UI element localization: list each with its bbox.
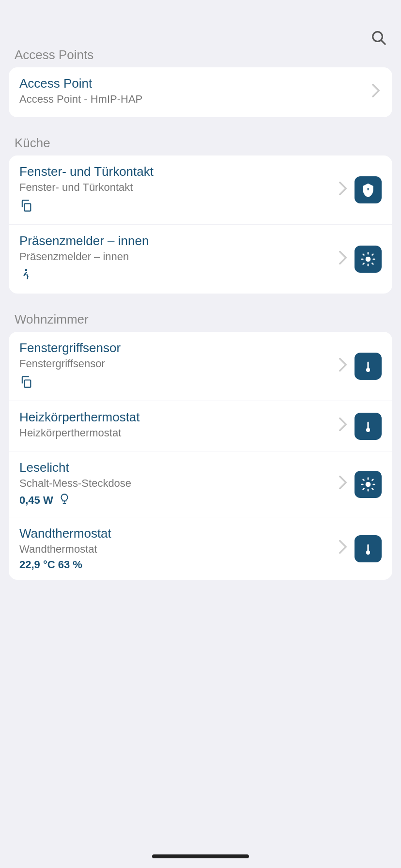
list-item[interactable]: FenstergriffsensorFenstergriffsensor (9, 332, 392, 401)
chevron-right-icon (339, 358, 347, 375)
section-card-0: Access PointAccess Point - HmIP-HAP (9, 67, 392, 117)
item-meta-row (19, 373, 333, 392)
list-item[interactable]: Access PointAccess Point - HmIP-HAP (9, 67, 392, 117)
svg-point-19 (366, 481, 371, 487)
item-content: Access PointAccess Point - HmIP-HAP (19, 76, 366, 108)
svg-rect-13 (25, 380, 31, 388)
svg-rect-28 (368, 544, 369, 550)
copy-icon (19, 268, 33, 285)
list-item[interactable]: Präsenzmelder – innenPräsenzmelder – inn… (9, 225, 392, 294)
list-item[interactable]: HeizkörperthermostatHeizkörperthermostat (9, 401, 392, 451)
chevron-right-icon (339, 182, 347, 199)
item-subtitle: Schalt-Mess-Steckdose (19, 477, 333, 490)
item-subtitle: Access Point - HmIP-HAP (19, 93, 366, 106)
bulb-icon (58, 493, 71, 508)
section-card-2: FenstergriffsensorFenstergriffsensor Hei… (9, 332, 392, 580)
section-card-1: Fenster- und TürkontaktFenster- und Türk… (9, 155, 392, 294)
svg-line-23 (372, 488, 373, 489)
item-meta-row: 22,9 °C 63 % (19, 558, 333, 571)
item-title: Fenster- und Türkontakt (19, 164, 333, 179)
search-button[interactable] (370, 29, 386, 49)
item-content: FenstergriffsensorFenstergriffsensor (19, 341, 333, 392)
svg-line-27 (372, 479, 373, 480)
item-meta-row (19, 197, 333, 216)
item-title: Access Point (19, 76, 366, 91)
item-content: LeselichtSchalt-Mess-Steckdose0,45 W (19, 460, 333, 508)
device-icon (355, 413, 382, 440)
device-icon (355, 176, 382, 203)
section-label-1: Küche (0, 127, 401, 155)
list-item[interactable]: Fenster- und TürkontaktFenster- und Türk… (9, 155, 392, 225)
copy-icon (19, 375, 33, 392)
item-meta-row (19, 266, 333, 285)
item-title: Präsenzmelder – innen (19, 233, 333, 248)
svg-point-3 (25, 269, 28, 271)
item-title: Leselicht (19, 460, 333, 475)
list-item[interactable]: WandthermostatWandthermostat22,9 °C 63 % (9, 517, 392, 580)
svg-line-11 (363, 263, 364, 264)
chevron-right-icon (339, 418, 347, 434)
item-title: Wandthermostat (19, 526, 333, 541)
svg-line-22 (363, 479, 364, 480)
copy-icon (19, 199, 33, 216)
chevron-right-icon (339, 476, 347, 493)
svg-line-26 (363, 488, 364, 489)
item-subtitle: Heizkörperthermostat (19, 427, 333, 439)
svg-rect-14 (368, 362, 369, 368)
svg-line-7 (363, 254, 364, 255)
device-icon (355, 471, 382, 498)
header (0, 0, 401, 39)
home-indicator (152, 854, 249, 858)
svg-point-17 (366, 428, 370, 432)
item-subtitle: Wandthermostat (19, 543, 333, 556)
device-icon (355, 535, 382, 562)
svg-point-15 (366, 368, 370, 372)
list-item[interactable]: LeselichtSchalt-Mess-Steckdose0,45 W (9, 451, 392, 517)
svg-line-12 (372, 254, 373, 255)
item-content: Präsenzmelder – innenPräsenzmelder – inn… (19, 233, 333, 285)
item-subtitle: Präsenzmelder – innen (19, 250, 333, 263)
item-title: Heizkörperthermostat (19, 410, 333, 425)
item-meta-row: 0,45 W (19, 493, 333, 508)
svg-rect-2 (25, 204, 31, 211)
svg-point-29 (366, 551, 370, 555)
svg-point-4 (366, 257, 371, 262)
item-content: HeizkörperthermostatHeizkörperthermostat (19, 410, 333, 442)
device-icon (355, 246, 382, 273)
item-meta-text: 22,9 °C 63 % (19, 558, 82, 571)
chevron-right-icon (339, 540, 347, 557)
svg-rect-16 (368, 421, 369, 428)
svg-line-8 (372, 263, 373, 264)
item-content: WandthermostatWandthermostat22,9 °C 63 % (19, 526, 333, 571)
section-label-0: Access Points (0, 39, 401, 67)
device-icon (355, 353, 382, 380)
chevron-right-icon (339, 251, 347, 268)
item-subtitle: Fenstergriffsensor (19, 357, 333, 370)
item-title: Fenstergriffsensor (19, 341, 333, 356)
section-label-2: Wohnzimmer (0, 303, 401, 332)
item-content: Fenster- und TürkontaktFenster- und Türk… (19, 164, 333, 216)
item-subtitle: Fenster- und Türkontakt (19, 181, 333, 194)
chevron-right-icon (372, 84, 380, 101)
item-meta-text: 0,45 W (19, 494, 53, 507)
svg-line-1 (381, 40, 385, 44)
